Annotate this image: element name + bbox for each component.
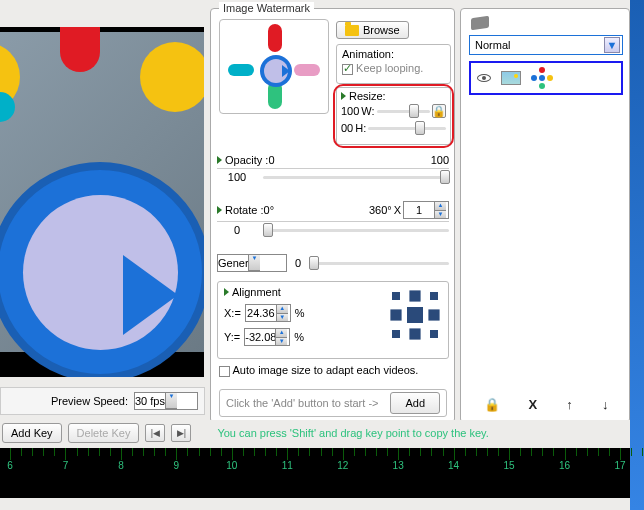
delete-tool-icon[interactable]: X xyxy=(529,397,538,412)
align-tc[interactable] xyxy=(409,290,420,301)
animation-box: Animation: Keep looping. xyxy=(336,44,451,84)
timeline-tick-label: 15 xyxy=(504,460,515,471)
expand-icon[interactable] xyxy=(341,92,346,100)
layer-item[interactable] xyxy=(469,61,623,95)
prev-frame-button[interactable]: |◀ xyxy=(145,424,165,442)
align-bl[interactable] xyxy=(392,330,400,338)
align-tr[interactable] xyxy=(430,292,438,300)
folder-icon xyxy=(345,25,359,36)
timeline-tick-label: 9 xyxy=(174,460,180,471)
blend-mode-dropdown[interactable]: Normal ▼ xyxy=(469,35,623,55)
rotate-value: 0 xyxy=(217,224,257,236)
preview-speed-label: Preview Speed: xyxy=(51,395,128,407)
lock-tool-icon[interactable]: 🔒 xyxy=(484,397,500,412)
alignment-grid xyxy=(388,288,442,342)
alignment-x-spinner[interactable]: ▲▼ xyxy=(245,304,291,322)
general-dropdown[interactable]: ▼ xyxy=(217,254,287,272)
resize-box: Resize: 100 W: 🔒 00 H: xyxy=(336,87,451,145)
shift-hint-text: You can press 'Shift' and drag key point… xyxy=(217,427,488,439)
timeline-tick-label: 10 xyxy=(226,460,237,471)
preview-speed-dropdown[interactable]: ▼ xyxy=(134,392,198,410)
add-button[interactable]: Add xyxy=(390,392,440,414)
layer-thumbnail xyxy=(531,67,553,89)
timeline-tick-label: 12 xyxy=(337,460,348,471)
timeline-tick-label: 13 xyxy=(393,460,404,471)
timeline-tick-label: 17 xyxy=(614,460,625,471)
move-up-icon[interactable]: ↑ xyxy=(566,397,573,412)
rotate-mult-spinner[interactable]: ▲▼ xyxy=(403,201,449,219)
align-ml[interactable] xyxy=(390,309,401,320)
resize-h-slider[interactable] xyxy=(368,127,446,130)
timeline-tick-label: 8 xyxy=(118,460,124,471)
panel-title: Image Watermark xyxy=(219,2,314,14)
align-mr[interactable] xyxy=(428,309,439,320)
animation-title: Animation: xyxy=(342,48,445,60)
auto-size-label: Auto image size to adapt each videos. xyxy=(232,364,418,376)
rotate-slider[interactable] xyxy=(263,229,449,232)
resize-w-label: W: xyxy=(361,105,374,117)
timeline-tick-label: 7 xyxy=(63,460,69,471)
browse-label: Browse xyxy=(363,24,400,36)
add-hint-text: Click the 'Add' button to start -> xyxy=(226,397,382,409)
watermark-thumbnail[interactable] xyxy=(219,19,329,114)
opacity-value: 100 xyxy=(217,171,257,183)
opacity-slider[interactable] xyxy=(263,176,449,179)
alignment-y-spinner[interactable]: ▲▼ xyxy=(244,328,290,346)
align-mc[interactable] xyxy=(407,307,423,323)
general-slider[interactable] xyxy=(309,262,449,265)
auto-size-row: Auto image size to adapt each videos. xyxy=(219,364,418,377)
resize-w-value: 100 xyxy=(341,105,359,117)
eye-icon[interactable] xyxy=(477,74,491,82)
image-icon xyxy=(501,71,521,85)
keep-looping-checkbox[interactable] xyxy=(342,64,353,75)
rotate-section: Rotate :0° 360° X ▲▼ 0 xyxy=(217,201,449,243)
image-watermark-panel: Image Watermark Browse Animation: Keep l… xyxy=(210,8,455,423)
lock-icon[interactable]: 🔒 xyxy=(432,104,446,118)
alignment-section: Alignment X:= ▲▼ % Y:= ▲▼ % xyxy=(217,281,449,359)
browse-button[interactable]: Browse xyxy=(336,21,409,39)
resize-title: Resize: xyxy=(349,90,386,102)
resize-w-slider[interactable] xyxy=(377,110,430,113)
align-bc[interactable] xyxy=(409,328,420,339)
align-tl[interactable] xyxy=(392,292,400,300)
add-key-button[interactable]: Add Key xyxy=(2,423,62,443)
opacity-section: Opacity :0 100 100 xyxy=(217,154,449,196)
timeline-tick-label: 14 xyxy=(448,460,459,471)
next-frame-button[interactable]: ▶| xyxy=(171,424,191,442)
keep-looping-label: Keep looping. xyxy=(356,62,423,74)
timeline-tick-label: 16 xyxy=(559,460,570,471)
auto-size-checkbox[interactable] xyxy=(219,366,230,377)
resize-h-value: 00 xyxy=(341,122,353,134)
move-down-icon[interactable]: ↓ xyxy=(602,397,609,412)
dropdown-arrow-icon: ▼ xyxy=(604,37,620,53)
delete-key-button[interactable]: Delete Key xyxy=(68,423,140,443)
layers-panel: Normal ▼ 🔒 X ↑ ↓ xyxy=(460,8,630,423)
scanner-icon[interactable] xyxy=(471,16,489,31)
timeline[interactable]: 67891011121314151617 xyxy=(0,448,630,498)
general-value: 0 xyxy=(295,257,301,269)
alignment-title: Alignment xyxy=(232,286,281,298)
resize-h-label: H: xyxy=(355,122,366,134)
video-preview xyxy=(0,27,204,377)
timeline-tick-label: 11 xyxy=(282,460,293,471)
align-br[interactable] xyxy=(430,330,438,338)
blend-mode-value: Normal xyxy=(475,39,510,51)
timeline-tick-label: 6 xyxy=(7,460,13,471)
